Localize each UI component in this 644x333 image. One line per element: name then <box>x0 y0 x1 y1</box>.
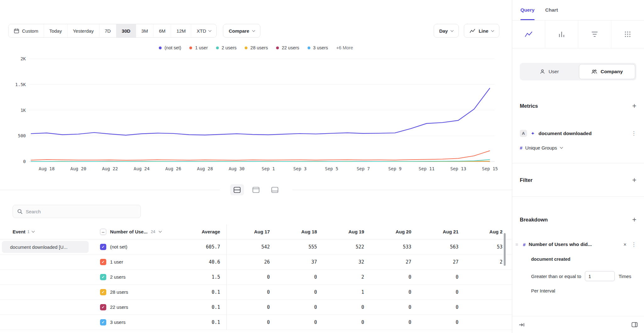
legend-item[interactable]: (not set) <box>159 45 181 50</box>
legend-item[interactable]: 22 users <box>276 45 299 50</box>
series-column-header[interactable]: –Number of Use...24 <box>92 229 167 235</box>
search-input[interactable] <box>26 209 136 214</box>
row-checkbox[interactable]: ✓ <box>100 259 106 265</box>
table-only-icon <box>271 187 278 193</box>
cell-value: 0 <box>368 289 415 295</box>
select-all-checkbox[interactable]: – <box>100 229 106 235</box>
date-range-group: CustomTodayYesterday7D30D3M6M12MXTD <box>8 24 217 38</box>
average-value: 0.1 <box>167 289 226 295</box>
measure-label: Unique Groups <box>525 145 557 150</box>
chart-type-line-icon[interactable] <box>512 20 545 48</box>
row-checkbox[interactable]: ✓ <box>100 274 106 280</box>
average-value: 40.6 <box>167 259 226 265</box>
chart-area: 05001K1.5K2KAug 18Aug 20Aug 22Aug 24Aug … <box>0 52 512 175</box>
cell-value: 0 <box>415 304 462 310</box>
layout-split-button[interactable] <box>230 184 244 195</box>
series-label: (not set) <box>110 244 127 249</box>
svg-text:2K: 2K <box>20 56 26 61</box>
svg-text:Aug 20: Aug 20 <box>70 166 86 171</box>
condition-value-input[interactable] <box>585 271 615 281</box>
svg-text:500: 500 <box>18 133 26 138</box>
add-metric-button[interactable]: + <box>632 102 636 110</box>
search-icon <box>17 209 23 214</box>
chart-type-funnel-icon[interactable] <box>578 20 611 48</box>
series-label: 3 users <box>110 319 125 325</box>
breakdown-name: Number of Users who did... <box>529 242 620 247</box>
drag-handle-icon[interactable]: ≡ <box>515 242 518 247</box>
svg-text:Sep 13: Sep 13 <box>450 166 466 171</box>
metric-menu-button[interactable]: ⋮ <box>631 131 636 136</box>
legend-label: (not set) <box>164 45 181 50</box>
row-checkbox[interactable]: ✓ <box>100 289 106 295</box>
entity-toggle: User Company <box>520 63 636 80</box>
row-checkbox[interactable]: ✓ <box>100 319 106 325</box>
legend-dot <box>189 46 192 49</box>
range-12m-button[interactable]: 12M <box>171 24 191 37</box>
legend-more[interactable]: +6 More <box>336 45 353 50</box>
series-cell: ✓(not set) <box>92 244 167 250</box>
series-count: 24 <box>151 229 155 234</box>
cell-value: 522 <box>321 244 368 250</box>
remove-breakdown-button[interactable]: ✕ <box>623 242 627 247</box>
svg-text:1.5K: 1.5K <box>15 82 26 87</box>
legend-item[interactable]: 28 users <box>245 45 268 50</box>
range-3m-button[interactable]: 3M <box>136 24 153 37</box>
add-breakdown-button[interactable]: + <box>632 216 636 223</box>
per-interval-dropdown[interactable]: Per Interval <box>523 288 636 293</box>
divider <box>292 190 512 190</box>
date-column-header: Aug 18 <box>274 229 321 234</box>
range-today-button[interactable]: Today <box>44 24 67 37</box>
toggle-company[interactable]: Company <box>579 64 636 79</box>
sidebar-tabs: Query Chart <box>512 0 644 20</box>
chart-type-button[interactable]: Line <box>464 24 499 38</box>
legend-item[interactable]: 2 users <box>216 45 237 50</box>
layout-table-only-button[interactable] <box>268 184 282 195</box>
range-6m-button[interactable]: 6M <box>153 24 171 37</box>
cell-value: 0 <box>368 304 415 310</box>
range-30d-button[interactable]: 30D <box>116 24 136 37</box>
table-row: ✓22 users0.100000 <box>0 300 512 315</box>
metric-name: document downloaded <box>539 131 592 136</box>
panel-toggle-button[interactable] <box>631 322 638 327</box>
range-custom-button[interactable]: Custom <box>8 24 44 37</box>
add-filter-button[interactable]: + <box>632 177 636 184</box>
event-row[interactable]: document downloaded [U... <box>2 241 89 253</box>
chart-type-more-icon[interactable] <box>611 20 644 48</box>
cell-value: 533 <box>368 244 415 250</box>
tab-query[interactable]: Query <box>520 0 535 20</box>
cell-value: 2 <box>462 259 506 265</box>
compare-button[interactable]: Compare <box>223 24 260 38</box>
granularity-label: Day <box>439 28 448 34</box>
layout-chart-top-button[interactable] <box>249 184 263 195</box>
metric-item[interactable]: A ✦ document downloaded ⋮ # Unique Group… <box>520 130 636 150</box>
tab-chart[interactable]: Chart <box>545 0 558 20</box>
legend-dot <box>308 46 310 49</box>
range-7d-button[interactable]: 7D <box>99 24 116 37</box>
legend-item[interactable]: 1 user <box>189 45 208 50</box>
breakdown-menu-button[interactable]: ⋮ <box>631 242 636 247</box>
cell-value: 37 <box>274 259 321 265</box>
range-custom-label: Custom <box>22 28 38 34</box>
table-row: ✓2 users1.500200 <box>0 270 512 285</box>
granularity-button[interactable]: Day <box>434 24 459 38</box>
breakdown-event[interactable]: document created <box>523 257 636 262</box>
cell-value: 0 <box>368 274 415 280</box>
row-checkbox[interactable]: ✓ <box>100 244 106 250</box>
toggle-user[interactable]: User <box>521 64 578 79</box>
event-column-header[interactable]: Event1 <box>0 229 92 234</box>
legend-dot <box>159 46 162 49</box>
condition-operator[interactable]: Greater than or equal to <box>531 274 581 279</box>
chart-type-selector <box>512 20 644 48</box>
chart-type-bar-icon[interactable] <box>545 20 578 48</box>
cell-value: 0 <box>415 289 462 295</box>
collapse-panel-button[interactable] <box>519 322 525 327</box>
legend-item[interactable]: 3 users <box>308 45 328 50</box>
row-checkbox[interactable]: ✓ <box>100 304 106 310</box>
breakdown-title: Breakdown <box>520 217 548 223</box>
user-icon <box>540 69 545 74</box>
range-yesterday-button[interactable]: Yesterday <box>67 24 99 37</box>
table-scrollbar[interactable] <box>504 233 506 266</box>
range-xtd-button[interactable]: XTD <box>191 24 216 37</box>
metric-measure-dropdown[interactable]: # Unique Groups <box>520 145 636 150</box>
series-label: 1 user <box>110 259 123 265</box>
